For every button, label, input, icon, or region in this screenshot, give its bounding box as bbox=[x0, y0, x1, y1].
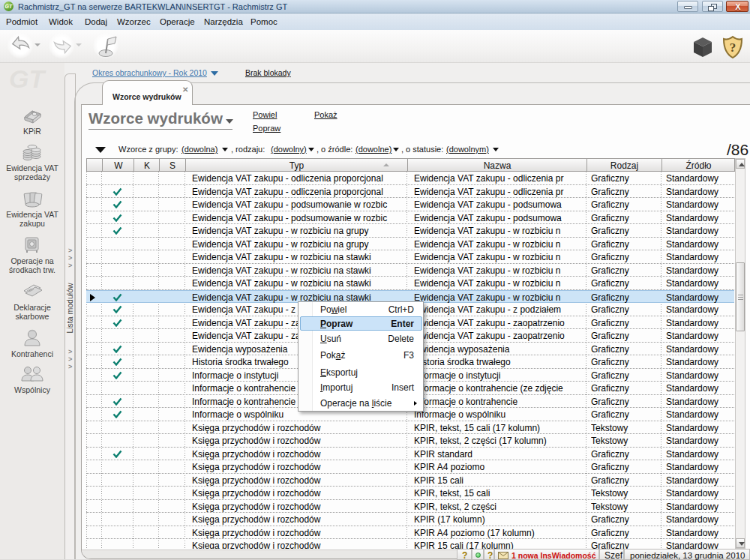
svg-text:?: ? bbox=[730, 40, 736, 55]
